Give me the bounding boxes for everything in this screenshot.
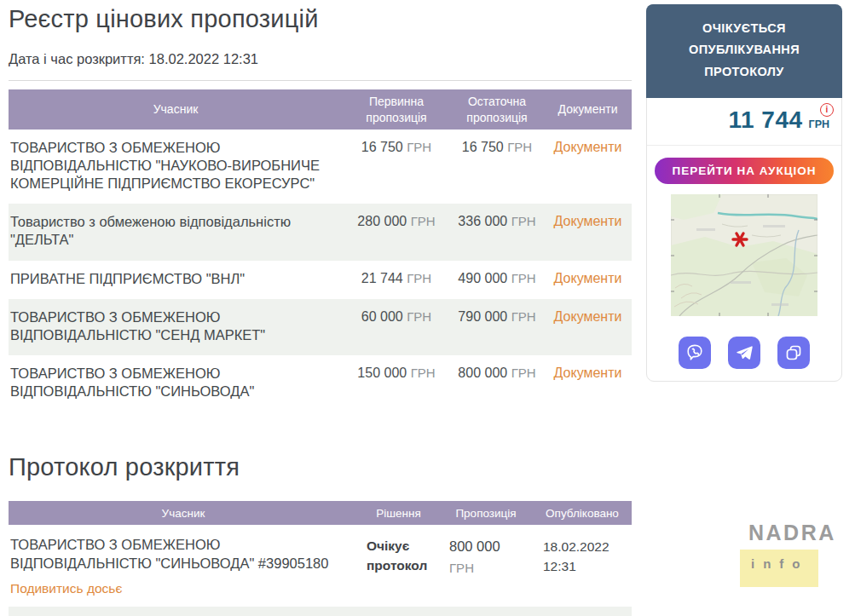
documents-cell: Документи (544, 307, 632, 344)
column-header-proposal: Пропозиція (439, 507, 533, 520)
telegram-icon[interactable] (728, 337, 760, 369)
decision-status: Очікує протокол (358, 535, 439, 597)
amount-value: 800 000 (449, 538, 500, 554)
currency-label: ГРН (407, 309, 431, 324)
documents-cell: Документи (544, 211, 632, 249)
registry-table-header: Учасник Первинна пропозиція Остаточна пр… (9, 89, 632, 130)
documents-link[interactable]: Документи (554, 140, 622, 154)
table-row: ТОВАРИСТВО З ОБМЕЖЕНОЮ ВІДПОВІДАЛЬНІСТЮ … (9, 299, 632, 355)
table-row: ТОВАРИСТВО З ОБМЕЖЕНОЮ ВІДПОВІДАЛЬНІСТЮ … (9, 355, 632, 412)
participant-name: ПРИВАТНЕ ПІДПРИЄМСТВО "ВНЛ" (9, 268, 343, 288)
amount-value: 490 000 (458, 271, 507, 285)
expected-cost-currency: ГРН (809, 118, 829, 130)
map-image (671, 194, 817, 316)
initial-proposal-value: 150 000 ГРН (343, 363, 450, 400)
dossier-link[interactable]: Подивитись досьє (10, 580, 122, 597)
column-header-published: Опубліковано (533, 507, 632, 520)
go-to-auction-button[interactable]: ПЕРЕЙТИ НА АУКЦІОН (655, 158, 834, 184)
documents-link[interactable]: Документи (554, 309, 622, 324)
participant-name: Товариство з обмеженою відповідальністю … (9, 211, 343, 249)
share-icons-row (647, 316, 841, 381)
amount-value: 16 750 (361, 140, 403, 154)
table-row: Товариство з обмеженою відповідальністю … (9, 204, 632, 260)
logo-sub: info (751, 556, 809, 571)
column-header-decision: Рішення (358, 507, 439, 520)
currency-label: ГРН (407, 140, 431, 154)
column-header-final-proposal: Остаточна пропозиція (450, 94, 544, 126)
documents-link[interactable]: Документи (554, 366, 622, 380)
protocol-table-header: Учасник Рішення Пропозиція Опубліковано (9, 501, 632, 525)
main-content: Реєстр цінових пропозицій Дата і час роз… (9, 5, 632, 616)
participant-name: ТОВАРИСТВО З ОБМЕЖЕНОЮ ВІДПОВІДАЛЬНІСТЮ … (9, 137, 343, 193)
column-header-initial-proposal: Первинна пропозиція (343, 94, 450, 126)
currency-label: ГРН (511, 214, 536, 228)
initial-proposal-value: 60 000 ГРН (343, 307, 450, 344)
currency-label: ГРН (449, 561, 474, 575)
documents-cell: Документи (544, 268, 632, 288)
table-row: ТОВАРИСТВО З ОБМЕЖЕНОЮ ВІДПОВІДАЛЬНІСТЮ … (9, 607, 632, 616)
expected-cost-value: 11 744 (728, 107, 802, 133)
documents-link[interactable]: Документи (554, 271, 622, 285)
final-proposal-value: 336 000 ГРН (450, 211, 544, 249)
table-row: ПРИВАТНЕ ПІДПРИЄМСТВО "ВНЛ" 21 744 ГРН 4… (9, 261, 632, 299)
column-header-participant: Учасник (9, 507, 358, 520)
amount-value: 336 000 (458, 214, 507, 228)
amount-value: 280 000 (357, 214, 407, 228)
final-proposal-value: 490 000 ГРН (450, 268, 544, 288)
amount-value: 800 000 (458, 366, 507, 380)
status-badge: ОЧІКУЄТЬСЯ ОПУБЛІКУВАННЯ ПРОТОКОЛУ (646, 4, 842, 98)
protocol-title: Протокол розкриття (9, 453, 632, 481)
logo-name: NADRA (748, 521, 836, 545)
currency-label: ГРН (411, 214, 436, 228)
initial-proposal-value: 16 750 ГРН (343, 137, 450, 193)
amount-value: 21 744 (361, 271, 403, 285)
info-icon[interactable]: i (820, 103, 834, 117)
currency-label: ГРН (507, 140, 532, 154)
documents-cell: Документи (544, 363, 632, 400)
location-map[interactable] (671, 194, 817, 316)
documents-cell: Документи (544, 137, 632, 193)
participant-name: ТОВАРИСТВО З ОБМЕЖЕНОЮ ВІДПОВІДАЛЬНІСТЮ … (9, 363, 343, 400)
published-date: 18.02.2022 12:31 (533, 535, 632, 597)
participant-name: ТОВАРИСТВО З ОБМЕЖЕНОЮ ВІДПОВІДАЛЬНІСТЮ … (10, 536, 346, 573)
currency-label: ГРН (511, 366, 536, 380)
column-header-participant: Учасник (9, 101, 343, 118)
final-proposal-value: 790 000 ГРН (450, 307, 544, 344)
logo-box: info (740, 550, 818, 587)
auction-button-wrap: ПЕРЕЙТИ НА АУКЦІОН (647, 146, 841, 194)
disclosure-date: Дата і час розкриття: 18.02.2022 12:31 (9, 51, 632, 81)
auction-sidebar-card: ОЧІКУЄТЬСЯ ОПУБЛІКУВАННЯ ПРОТОКОЛУ i 11 … (646, 4, 842, 382)
amount-value: 150 000 (357, 366, 407, 380)
documents-link[interactable]: Документи (554, 214, 622, 228)
participant-code: #39905180 (258, 556, 329, 571)
amount-value: 16 750 (462, 140, 504, 154)
participant-cell: ТОВАРИСТВО З ОБМЕЖЕНОЮ ВІДПОВІДАЛЬНІСТЮ … (9, 535, 358, 597)
final-proposal-value: 800 000 ГРН (450, 363, 544, 400)
currency-label: ГРН (407, 271, 431, 285)
currency-label: ГРН (411, 366, 436, 380)
currency-label: ГРН (511, 271, 536, 285)
copy-icon[interactable] (777, 337, 810, 369)
amount-value: 60 000 (361, 309, 403, 324)
table-row: ТОВАРИСТВО З ОБМЕЖЕНОЮ ВІДПОВІДАЛЬНІСТЮ … (9, 525, 632, 607)
viber-icon[interactable] (679, 337, 711, 369)
table-row: ТОВАРИСТВО З ОБМЕЖЕНОЮ ВІДПОВІДАЛЬНІСТЮ … (9, 130, 632, 204)
price-section: i 11 744ГРН (647, 98, 841, 146)
currency-label: ГРН (511, 309, 536, 324)
initial-proposal-value: 280 000 ГРН (343, 211, 450, 249)
registry-title: Реєстр цінових пропозицій (9, 5, 632, 33)
nadra-info-logo: NADRA info (740, 521, 836, 587)
initial-proposal-value: 21 744 ГРН (343, 268, 450, 288)
final-proposal-value: 16 750 ГРН (450, 137, 544, 193)
proposal-value: 800 000 ГРН (439, 535, 533, 597)
amount-value: 790 000 (458, 309, 507, 324)
column-header-documents: Документи (544, 101, 632, 118)
participant-name: ТОВАРИСТВО З ОБМЕЖЕНОЮ ВІДПОВІДАЛЬНІСТЮ … (9, 307, 343, 344)
